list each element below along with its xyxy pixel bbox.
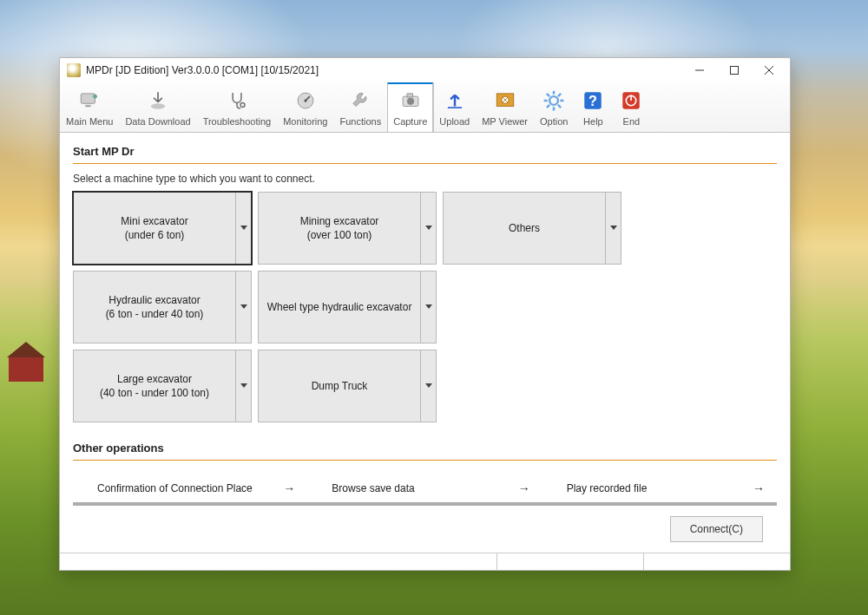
app-window: MPDr [JD Edition] Ver3.0.0.0 [COM1] [10/… [59,57,791,571]
toolbar-help[interactable]: ?Help [574,82,612,132]
gauge-icon [293,88,318,113]
maximize-icon [730,66,739,75]
toolbar-end[interactable]: End [612,82,650,132]
status-cell [496,553,643,570]
desktop-background: MPDr [JD Edition] Ver3.0.0.0 [COM1] [10/… [0,0,868,615]
machine-type-button[interactable]: Hydraulic excavator(6 ton - under 40 ton… [73,271,252,343]
machine-type-label: Dump Truck [259,350,420,422]
machine-type-dropdown[interactable] [420,350,436,422]
machine-type-dropdown[interactable] [420,272,436,343]
svg-point-9 [407,98,414,105]
gear-icon [542,88,566,113]
chevron-down-icon [240,304,247,309]
toolbar-mp-viewer[interactable]: MP Viewer [476,82,534,132]
other-operation-item[interactable]: Play recorded file→ [542,474,777,502]
toolbar-data-download[interactable]: Data Download [119,82,196,132]
toolbar-label: Troubleshooting [203,116,271,127]
machine-type-grid: Mini excavator(under 6 ton)Mining excava… [73,192,777,422]
machine-type-button[interactable]: Mini excavator(under 6 ton) [73,192,252,265]
divider [73,163,777,164]
svg-point-4 [151,103,165,109]
chevron-down-icon [240,226,247,230]
machine-type-dropdown[interactable] [235,272,251,343]
machine-type-label: Large excavator(40 ton - under 100 ton) [74,350,235,422]
toolbar-label: Main Menu [66,116,113,127]
connect-button[interactable]: Connect(C) [670,516,763,542]
toolbar-functions[interactable]: Functions [333,82,387,132]
download-icon [146,88,170,113]
machine-type-dropdown[interactable] [235,193,251,264]
status-cell [60,553,496,570]
svg-rect-0 [731,67,739,75]
svg-rect-2 [85,105,91,107]
toolbar-label: Help [583,116,603,127]
toolbar-capture[interactable]: Capture [387,82,433,132]
machine-type-button[interactable]: Large excavator(40 ton - under 100 ton) [73,350,252,422]
toolbar-monitoring[interactable]: Monitoring [277,82,333,132]
chevron-down-icon [425,226,432,230]
machine-type-button[interactable]: Others [443,192,621,265]
close-button[interactable] [752,58,786,82]
page-instruction: Select a machine type to which you want … [73,173,777,185]
toolbar-option[interactable]: Option [534,82,574,132]
svg-text:?: ? [589,93,597,108]
camera-icon [398,88,423,113]
toolbar-label: MP Viewer [482,116,528,127]
toolbar-label: End [623,116,641,127]
viewer-icon [493,88,517,113]
operation-label: Play recorded file [567,482,648,494]
toolbar-upload[interactable]: Upload [433,82,476,132]
arrow-right-icon: → [753,481,765,495]
wrench-icon [348,88,372,113]
toolbar-main-menu[interactable]: Main Menu [60,82,119,132]
app-icon [67,63,81,77]
machine-type-label: Hydraulic excavator(6 ton - under 40 ton… [74,272,235,343]
status-cell [643,553,790,570]
machine-type-dropdown[interactable] [235,350,251,422]
machine-type-button[interactable]: Dump Truck [258,350,437,422]
svg-point-7 [304,99,306,101]
toolbar-troubleshooting[interactable]: Troubleshooting [197,82,277,132]
toolbar-label: Monitoring [283,116,327,127]
machine-type-button[interactable]: Mining excavator(over 100 ton) [258,192,437,265]
svg-point-3 [93,95,97,99]
chevron-down-icon [425,304,432,309]
window-title: MPDr [JD Edition] Ver3.0.0.0 [COM1] [10/… [86,64,682,76]
toolbar-label: Option [540,116,568,127]
other-operation-item[interactable]: Confirmation of Connection Place→ [73,474,307,502]
minimize-button[interactable] [682,58,717,82]
svg-rect-10 [407,94,413,97]
chevron-down-icon [425,383,432,388]
page-heading: Start MP Dr [73,141,777,161]
machine-type-dropdown[interactable] [605,193,621,264]
toolbar-label: Functions [339,116,381,127]
chevron-down-icon [610,226,617,230]
power-icon [619,88,643,113]
other-operations-row: Confirmation of Connection Place→Browse … [73,474,777,504]
machine-type-label: Others [444,193,605,264]
toolbar-label: Upload [439,116,470,127]
arrow-right-icon: → [283,481,295,495]
machine-type-button[interactable]: Wheel type hydraulic excavator [258,271,437,343]
svg-rect-1 [81,94,95,103]
other-operation-item[interactable]: Browse save data→ [307,474,542,502]
machine-type-label: Mining excavator(over 100 ton) [259,193,420,264]
close-icon [765,66,773,75]
operation-label: Browse save data [332,482,414,494]
arrow-right-icon: → [518,481,530,495]
maximize-button[interactable] [717,58,752,82]
minimize-icon [695,66,704,75]
upload-icon [443,88,467,113]
stethoscope-icon [225,88,249,113]
toolbar: Main MenuData DownloadTroubleshootingMon… [60,82,790,133]
operation-label: Confirmation of Connection Place [97,482,253,494]
svg-point-13 [549,96,558,105]
title-bar: MPDr [JD Edition] Ver3.0.0.0 [COM1] [10/… [60,58,790,82]
monitor-icon [77,88,102,113]
chevron-down-icon [240,383,247,388]
machine-type-dropdown[interactable] [420,193,436,264]
content-area: Start MP Dr Select a machine type to whi… [60,133,790,553]
help-icon: ? [581,88,605,113]
footer: Connect(C) [73,504,777,553]
other-operations-heading: Other operations [73,438,777,458]
